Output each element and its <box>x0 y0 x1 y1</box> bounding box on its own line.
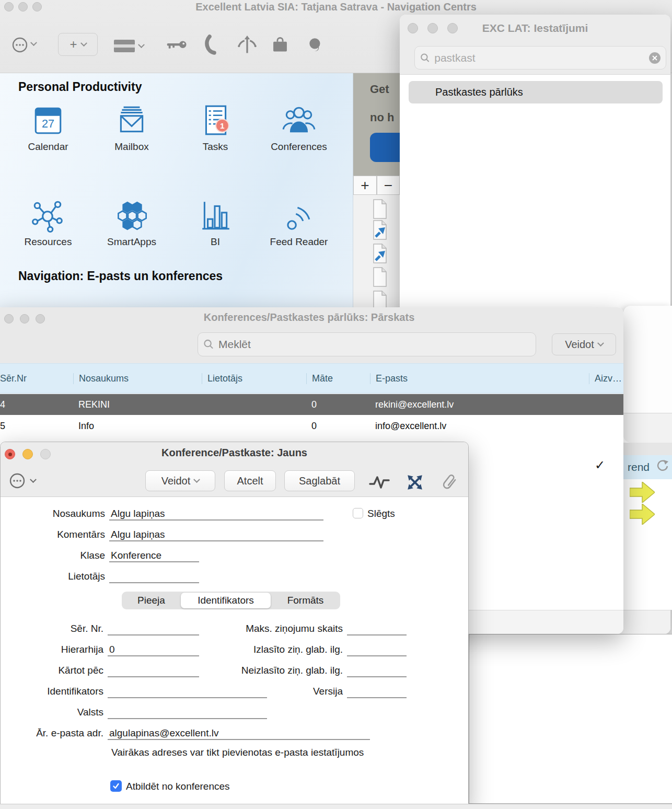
tab-pieeja[interactable]: Pieeja <box>122 592 181 609</box>
create-chevron-icon <box>597 340 604 346</box>
fragment-partial-label: rend <box>623 461 650 473</box>
more-circle-icon[interactable] <box>11 37 28 55</box>
klase-label: Klase <box>1 550 105 561</box>
tab-identifikators[interactable]: Identifikators <box>181 593 271 608</box>
ser-nr-field[interactable] <box>108 623 199 635</box>
app-feedreader[interactable]: Feed Reader <box>257 199 341 248</box>
column-header-mate[interactable]: Māte <box>306 373 370 384</box>
expand-arrows-icon[interactable] <box>406 473 424 493</box>
tab-formats[interactable]: Formāts <box>271 592 340 609</box>
komentars-value: Algu lapiņas <box>111 529 165 540</box>
fragment-body <box>623 306 672 413</box>
banner-line1: Get <box>370 83 389 96</box>
banner-button[interactable]: F <box>370 133 400 162</box>
slegts-checkbox[interactable] <box>353 508 363 518</box>
app-label: Feed Reader <box>257 236 341 248</box>
komentars-field[interactable]: Algu lapiņas <box>109 529 323 541</box>
table-row[interactable]: 5 Info 0 info@excellent.lv <box>0 415 623 436</box>
save-label: Saglabāt <box>299 475 340 487</box>
more-circle-icon[interactable] <box>9 472 26 491</box>
latvia-flag-icon[interactable] <box>114 40 135 52</box>
cell-mate: 0 <box>306 421 370 432</box>
record-save-button[interactable]: Saglabāt <box>284 470 355 491</box>
document-icon[interactable] <box>372 267 388 290</box>
settings-result-item[interactable]: Pastkastes pārlūks <box>409 81 663 103</box>
column-header-aizv[interactable]: Aizv… <box>589 373 623 384</box>
hierarhija-field[interactable]: 0 <box>108 644 199 656</box>
column-header-lietotajs[interactable]: Lietotājs <box>202 373 306 384</box>
table-row-selected[interactable]: 4 REKINI 0 rekini@excellent.lv <box>0 394 623 415</box>
briefcase-icon[interactable] <box>271 36 289 56</box>
kartot-field[interactable] <box>108 665 199 677</box>
cell-epasts: rekini@excellent.lv <box>370 399 589 410</box>
valsts-field[interactable] <box>108 707 267 719</box>
add-record-button[interactable]: + <box>58 33 98 56</box>
search-icon <box>420 52 430 64</box>
document-icon[interactable] <box>372 199 388 222</box>
app-smartapps[interactable]: SmartApps <box>90 199 173 248</box>
document-shortcut-icon[interactable] <box>372 243 388 266</box>
clear-search-icon[interactable] <box>649 52 661 64</box>
flag-chevron-icon[interactable] <box>138 41 145 48</box>
yellow-arrow-icon[interactable] <box>630 504 655 527</box>
record-cancel-button[interactable]: Atcelt <box>224 470 276 491</box>
navigation-section-heading: Navigation: E-pasts un konferences <box>18 269 223 283</box>
settings-search-field[interactable] <box>414 46 666 70</box>
activity-pulse-icon[interactable] <box>369 473 390 492</box>
ad-banner[interactable]: Get no h F <box>353 73 400 176</box>
app-label: BI <box>173 236 257 248</box>
more-chevron-icon[interactable] <box>30 476 37 483</box>
phone-icon[interactable] <box>203 34 218 57</box>
browser-create-button[interactable]: Veidot <box>552 333 616 355</box>
antenna-icon[interactable] <box>236 34 258 59</box>
app-mailbox[interactable]: Mailbox <box>90 103 173 153</box>
nosaukums-field[interactable]: Algu lapiņas <box>109 508 323 521</box>
paperclip-icon[interactable] <box>437 470 460 495</box>
epasts-value: algulapinas@excellent.lv <box>109 727 218 738</box>
column-header-epasts[interactable]: E-pasts <box>370 373 589 384</box>
record-create-button[interactable]: Veidot <box>145 470 215 491</box>
epasts-field[interactable]: algulapinas@excellent.lv <box>108 727 370 740</box>
maks-field[interactable] <box>347 623 407 635</box>
app-label: Mailbox <box>90 141 173 153</box>
reply-checkbox[interactable] <box>110 780 122 792</box>
column-header-sernr[interactable]: Sēr.Nr <box>0 373 73 384</box>
settings-search-input[interactable] <box>434 52 645 64</box>
hierarhija-label: Hierarhija <box>1 644 103 655</box>
izlasito-field[interactable] <box>347 644 407 656</box>
izlasito-label: Izlasīto ziņ. glab. ilg. <box>199 644 343 655</box>
column-header-nosaukums[interactable]: Nosaukums <box>73 373 202 384</box>
list-add-button[interactable]: + <box>353 176 377 195</box>
personal-productivity-heading: Personal Productivity <box>18 80 142 94</box>
document-icon[interactable] <box>372 290 388 307</box>
app-resources[interactable]: Resources <box>6 199 90 248</box>
settings-titlebar: EXC LAT: Iestatījumi <box>400 15 670 75</box>
browser-search-field[interactable] <box>198 332 536 356</box>
chat-icon[interactable] <box>305 36 325 57</box>
klase-field[interactable]: Konference <box>109 550 199 562</box>
yellow-arrow-icon[interactable] <box>630 482 655 505</box>
conferences-icon <box>282 103 316 138</box>
minus-icon: − <box>384 177 392 194</box>
app-tasks[interactable]: 1 Tasks <box>173 103 257 153</box>
cell-mate: 0 <box>306 399 370 410</box>
document-shortcut-icon[interactable] <box>372 219 388 242</box>
refresh-icon[interactable] <box>656 459 669 475</box>
browser-search-input[interactable] <box>218 338 530 351</box>
neizlasito-field[interactable] <box>347 665 407 677</box>
fragment-toolbar: rend <box>623 455 672 479</box>
versija-field[interactable] <box>347 686 407 698</box>
cell-nosaukums: Info <box>73 421 202 432</box>
key-icon[interactable] <box>165 38 187 54</box>
app-calendar[interactable]: 27 Calendar <box>6 103 90 153</box>
bottom-strip <box>0 804 672 809</box>
reply-checkbox-label: Atbildēt no konferences <box>126 781 230 792</box>
lietotajs-field[interactable] <box>109 571 199 583</box>
cancel-label: Atcelt <box>237 475 263 487</box>
list-remove-button[interactable]: − <box>377 176 400 195</box>
lietotajs-label: Lietotājs <box>1 571 105 582</box>
app-conferences[interactable]: Conferences <box>257 103 341 153</box>
add-chevron-icon <box>80 40 87 47</box>
app-bi[interactable]: BI <box>173 199 257 248</box>
more-chevron-icon[interactable] <box>30 39 37 46</box>
